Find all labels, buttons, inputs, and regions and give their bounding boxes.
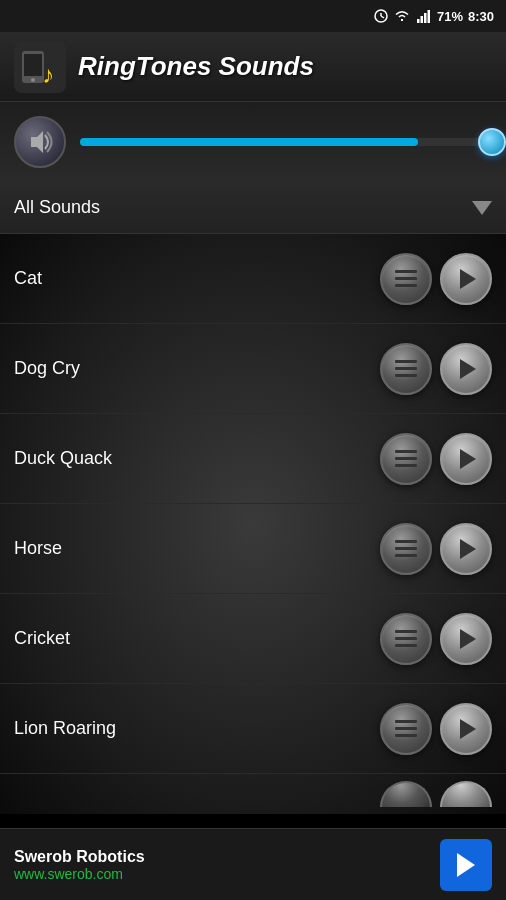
company-name: Swerob Robotics: [14, 848, 440, 866]
svg-marker-12: [31, 131, 43, 153]
clock-icon: [374, 9, 388, 23]
menu-lines-icon: [395, 360, 417, 377]
list-item: Lion Roaring: [0, 684, 506, 774]
volume-section: [0, 102, 506, 182]
footer: Swerob Robotics www.swerob.com: [0, 828, 506, 900]
menu-button[interactable]: [380, 613, 432, 665]
status-icons: 71% 8:30: [374, 9, 494, 24]
sound-name: Lion Roaring: [14, 718, 380, 739]
sound-buttons: [380, 343, 492, 395]
category-dropdown[interactable]: All Sounds: [0, 182, 506, 234]
menu-button[interactable]: [380, 253, 432, 305]
svg-rect-4: [420, 16, 423, 23]
play-button[interactable]: [440, 253, 492, 305]
menu-lines-icon: [395, 450, 417, 467]
list-item: Cricket: [0, 594, 506, 684]
arrow-right-icon: [457, 853, 475, 877]
play-button[interactable]: [440, 343, 492, 395]
play-icon: [460, 539, 476, 559]
sound-name: Dog Cry: [14, 358, 380, 379]
list-item: Duck Quack: [0, 414, 506, 504]
svg-rect-6: [427, 10, 430, 23]
app-title: RingTones Sounds: [78, 51, 314, 82]
signal-icon: [416, 9, 432, 23]
volume-slider-fill: [80, 138, 418, 146]
svg-rect-5: [424, 13, 427, 23]
time-text: 8:30: [468, 9, 494, 24]
menu-lines-icon: [395, 630, 417, 647]
play-button[interactable]: [440, 523, 492, 575]
menu-button[interactable]: [380, 343, 432, 395]
app-header: ♪ RingTones Sounds: [0, 32, 506, 102]
menu-button[interactable]: [380, 703, 432, 755]
svg-rect-3: [417, 19, 420, 23]
dropdown-label: All Sounds: [14, 197, 472, 218]
volume-icon: [14, 116, 66, 168]
partial-buttons: [380, 781, 492, 807]
menu-lines-icon: [395, 540, 417, 557]
volume-slider[interactable]: [80, 138, 492, 146]
battery-text: 71%: [437, 9, 463, 24]
sound-name: Cat: [14, 268, 380, 289]
sound-buttons: [380, 253, 492, 305]
app-icon-svg: ♪: [14, 41, 66, 93]
partial-play-button: [440, 781, 492, 807]
play-button[interactable]: [440, 613, 492, 665]
speaker-icon: [23, 125, 57, 159]
svg-text:♪: ♪: [42, 61, 54, 88]
status-bar: 71% 8:30: [0, 0, 506, 32]
play-icon: [460, 719, 476, 739]
wifi-icon: [393, 9, 411, 23]
footer-text: Swerob Robotics www.swerob.com: [14, 848, 440, 882]
sound-buttons: [380, 523, 492, 575]
list-item: Cat: [0, 234, 506, 324]
play-icon: [460, 359, 476, 379]
play-button[interactable]: [440, 433, 492, 485]
list-item: Horse: [0, 504, 506, 594]
sound-list: Cat Dog Cry: [0, 234, 506, 814]
company-url: www.swerob.com: [14, 866, 440, 882]
sound-name: Horse: [14, 538, 380, 559]
sound-buttons: [380, 433, 492, 485]
list-item: Dog Cry: [0, 324, 506, 414]
sound-name: Duck Quack: [14, 448, 380, 469]
footer-arrow-button[interactable]: [440, 839, 492, 891]
list-item-partial: [0, 774, 506, 814]
play-icon: [460, 629, 476, 649]
sound-buttons: [380, 613, 492, 665]
menu-button[interactable]: [380, 433, 432, 485]
menu-button[interactable]: [380, 523, 432, 575]
play-icon: [460, 449, 476, 469]
play-icon: [460, 269, 476, 289]
chevron-down-icon: [472, 201, 492, 215]
play-button[interactable]: [440, 703, 492, 755]
menu-lines-icon: [395, 270, 417, 287]
svg-point-10: [31, 78, 35, 82]
sound-name: Cricket: [14, 628, 380, 649]
svg-line-2: [381, 16, 384, 18]
volume-slider-thumb[interactable]: [478, 128, 506, 156]
svg-rect-9: [24, 54, 42, 76]
menu-lines-icon: [395, 720, 417, 737]
sound-buttons: [380, 703, 492, 755]
partial-menu-button: [380, 781, 432, 807]
app-icon: ♪: [14, 41, 66, 93]
